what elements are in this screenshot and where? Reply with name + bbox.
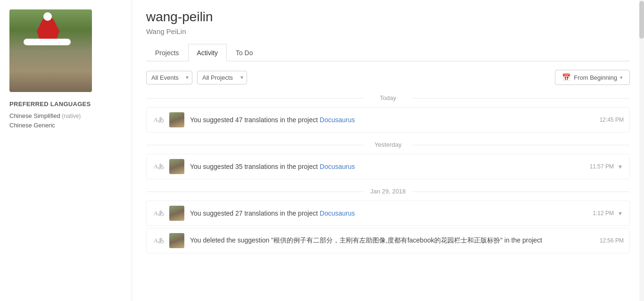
profile-tabs: Projects Activity To Do <box>146 44 630 61</box>
events-filter-wrapper: All Events <box>146 71 192 84</box>
translate-icon-2: Aあ <box>152 160 165 173</box>
project-link-3[interactable]: Docusaurus <box>320 209 355 217</box>
expand-button-3[interactable]: ▾ <box>617 209 624 218</box>
activity-avatar-1 <box>169 112 184 127</box>
tab-activity[interactable]: Activity <box>188 44 227 61</box>
filters-row: All Events All Projects 📅 From Beginning… <box>146 70 630 85</box>
activity-time-3: 1:12 PM <box>593 210 614 217</box>
jan29-divider: Jan 29, 2018 <box>146 188 630 195</box>
language-item-1: Chinese Simplified (native) <box>9 112 122 119</box>
avatar <box>9 9 92 92</box>
activity-text-4: You deleted the suggestion "根供的例子有二部分，主刚… <box>190 236 594 245</box>
translate-icon: Aあ <box>152 113 165 126</box>
today-divider: Today <box>146 94 630 101</box>
activity-time-2: 11:57 PM <box>590 163 614 170</box>
translate-icon-4: Aあ <box>152 234 165 247</box>
activity-item-jan29-1: Aあ You suggested 27 translations in the … <box>146 201 630 226</box>
main-content: wang-peilin Wang PeiLin Projects Activit… <box>132 0 644 301</box>
activity-time-1: 12:45 PM <box>600 117 624 123</box>
project-link-1[interactable]: Docusaurus <box>320 116 355 124</box>
date-range-button[interactable]: 📅 From Beginning ▾ <box>555 70 630 85</box>
activity-item-jan29-2: Aあ You deleted the suggestion "根供的例子有二部分… <box>146 228 630 253</box>
chevron-down-icon: ▾ <box>620 75 623 81</box>
date-range-label: From Beginning <box>574 74 617 81</box>
preferred-languages-heading: Preferred Languages <box>9 100 122 108</box>
activity-avatar-3 <box>169 206 184 221</box>
translate-icon-3: Aあ <box>152 207 165 220</box>
activity-avatar-4 <box>169 233 184 248</box>
language-item-2: Chinese Generic <box>9 122 122 129</box>
sidebar: Preferred Languages Chinese Simplified (… <box>0 0 132 301</box>
expand-button-2[interactable]: ▾ <box>617 162 624 171</box>
tab-todo[interactable]: To Do <box>227 44 262 61</box>
activity-item-today-1: Aあ You suggested 47 translations in the … <box>146 107 630 133</box>
scrollbar[interactable] <box>639 0 644 301</box>
scrollbar-thumb[interactable] <box>639 1 644 39</box>
activity-item-yesterday-1: Aあ You suggested 35 translations in the … <box>146 154 630 179</box>
profile-display-name: Wang PeiLin <box>146 27 630 35</box>
activity-text-2: You suggested 35 translations in the pro… <box>190 163 584 170</box>
profile-username: wang-peilin <box>146 9 630 25</box>
projects-filter[interactable]: All Projects <box>197 71 247 84</box>
events-filter[interactable]: All Events <box>146 71 192 84</box>
tab-projects[interactable]: Projects <box>146 44 188 61</box>
activity-text-1: You suggested 47 translations in the pro… <box>190 116 594 124</box>
activity-text-3: You suggested 27 translations in the pro… <box>190 209 587 217</box>
activity-avatar-2 <box>169 159 184 174</box>
yesterday-divider: Yesterday <box>146 141 630 148</box>
project-link-2[interactable]: Docusaurus <box>320 163 355 170</box>
projects-filter-wrapper: All Projects <box>197 71 247 84</box>
calendar-icon: 📅 <box>562 73 571 82</box>
activity-time-4: 12:56 PM <box>600 237 624 244</box>
